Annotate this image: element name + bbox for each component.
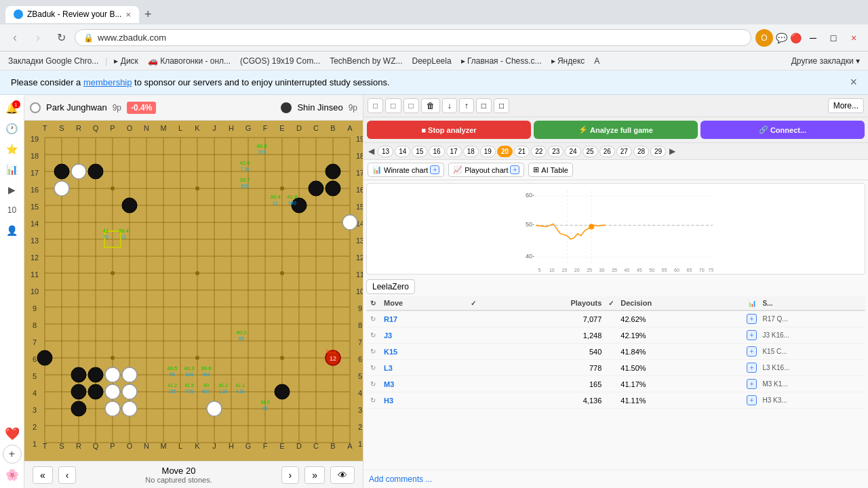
history-icon[interactable]: 🕐 <box>3 119 22 138</box>
move-num-28[interactable]: 28 <box>633 146 649 157</box>
tool-btn-2[interactable]: □ <box>385 98 401 113</box>
cell-move[interactable]: L3 <box>380 360 468 376</box>
first-move-button[interactable]: « <box>33 466 53 484</box>
tool-btn-1[interactable]: □ <box>368 98 383 113</box>
winrate-plus-icon[interactable]: + <box>430 165 439 174</box>
bookmark-4[interactable]: (CGOS) 19x19 Com... <box>237 55 323 67</box>
heart-icon[interactable]: ❤️ <box>3 424 22 443</box>
bookmark-7[interactable]: ▸ Главная - Chess.c... <box>458 55 545 67</box>
move-num-17[interactable]: 17 <box>446 146 462 157</box>
move-num-27[interactable]: 27 <box>616 146 632 157</box>
move-num-21[interactable]: 21 <box>514 146 530 157</box>
svg-point-146 <box>105 401 120 416</box>
tool-btn-3[interactable]: □ <box>403 98 419 113</box>
analyze-game-button[interactable]: ⚡ Analyze full game <box>534 121 698 139</box>
tab-close-icon[interactable]: × <box>125 9 131 20</box>
bookmark-more[interactable]: Другие закладки ▾ <box>789 55 863 67</box>
svg-text:C: C <box>313 442 319 450</box>
bookmark-6[interactable]: DeepLeela <box>410 55 454 67</box>
add-comments[interactable]: Add comments ... <box>363 470 868 488</box>
connect-button[interactable]: 🔗 Connect... <box>701 121 865 139</box>
stats-icon[interactable]: 📊 <box>3 160 22 179</box>
address-bar[interactable]: 🔒 www.zbaduk.com <box>75 29 751 46</box>
membership-link[interactable]: membership <box>83 77 132 87</box>
plus-btn-r17[interactable]: + <box>747 314 757 324</box>
go-board[interactable]: T S R Q P O N M L K J H G F E D C B A <box>24 121 363 461</box>
bookmark-3[interactable]: 🚗 Клавогонки - онл... <box>145 55 233 67</box>
svg-text:6: 6 <box>358 355 362 363</box>
upload-button[interactable]: ↑ <box>459 98 474 113</box>
move-num-29[interactable]: 29 <box>650 146 666 157</box>
delete-button[interactable]: 🗑 <box>421 98 440 113</box>
link-btn[interactable]: □ <box>494 98 509 113</box>
profile-icon[interactable]: О <box>755 29 773 47</box>
plus-btn-h3[interactable]: + <box>747 395 757 405</box>
plus-btn-m3[interactable]: + <box>747 379 757 389</box>
stop-analyzer-button[interactable]: ■ Stop analyzer <box>367 121 531 139</box>
bookmark-9[interactable]: A <box>591 55 602 67</box>
svg-text:11: 11 <box>356 270 363 279</box>
add-icon[interactable]: + <box>3 445 22 464</box>
seq-prev-button[interactable]: ◀ <box>366 145 376 157</box>
move-num-16[interactable]: 16 <box>429 146 444 157</box>
close-button[interactable]: × <box>845 29 863 47</box>
play-icon[interactable]: ▶ <box>3 180 22 199</box>
move-num-22[interactable]: 22 <box>531 146 547 157</box>
cell-move[interactable]: H3 <box>380 392 468 409</box>
move-num-13[interactable]: 13 <box>378 146 393 157</box>
plus-btn-l3[interactable]: + <box>747 363 757 373</box>
plus-btn-k15[interactable]: + <box>747 346 757 357</box>
move-num-18[interactable]: 18 <box>463 146 479 157</box>
download-button[interactable]: ↓ <box>442 98 457 113</box>
bookmark-1[interactable]: Закладки Google Chro... <box>5 55 101 67</box>
svg-text:F: F <box>263 442 268 450</box>
ai-table-tab-btn[interactable]: ⊞ AI Table <box>528 163 573 177</box>
active-tab[interactable]: ZBaduk - Review your B... × <box>5 6 139 23</box>
seq-next-button[interactable]: ▶ <box>667 145 677 157</box>
new-tab-button[interactable]: + <box>139 7 157 22</box>
back-button[interactable]: ‹ <box>5 28 24 47</box>
lock-btn[interactable]: □ <box>476 98 492 113</box>
bookmark-5[interactable]: TechBench by WZ... <box>327 55 405 67</box>
svg-point-127 <box>309 181 323 196</box>
move-num-14[interactable]: 14 <box>395 146 410 157</box>
move-num-19[interactable]: 19 <box>480 146 496 157</box>
cell-move[interactable]: K15 <box>380 344 468 360</box>
favorites-icon[interactable]: ⭐ <box>3 140 22 159</box>
board-svg[interactable]: T S R Q P O N M L K J H G F E D C B A <box>24 121 363 453</box>
number-icon[interactable]: 10 <box>3 201 22 220</box>
extension-icon1[interactable]: 💬 <box>776 33 787 43</box>
bookmark-8[interactable]: ▸ Яндекс <box>549 55 588 67</box>
move-num-15[interactable]: 15 <box>412 146 427 157</box>
cell-move[interactable]: R17 <box>380 310 468 327</box>
reload-button[interactable]: ↻ <box>52 28 71 47</box>
flower-icon[interactable]: 🌸 <box>3 465 22 484</box>
maximize-button[interactable]: □ <box>825 29 842 47</box>
svg-point-117 <box>195 186 199 190</box>
prev-move-button[interactable]: ‹ <box>58 466 77 484</box>
cell-move[interactable]: M3 <box>380 376 468 392</box>
move-num-23[interactable]: 23 <box>548 146 564 157</box>
svg-text:7.1k: 7.1k <box>240 167 250 171</box>
plus-btn-j3[interactable]: + <box>747 330 757 340</box>
svg-text:25: 25 <box>587 268 592 273</box>
playout-plus-icon[interactable]: + <box>510 165 519 174</box>
bookmark-2[interactable]: ▸ Диск <box>111 55 140 67</box>
move-num-24[interactable]: 24 <box>565 146 580 157</box>
more-btn[interactable]: More... <box>828 98 864 113</box>
move-num-26[interactable]: 26 <box>599 146 615 157</box>
extension-icon2[interactable]: 🔴 <box>790 33 802 43</box>
notification-close-button[interactable]: × <box>850 75 857 89</box>
eye-button[interactable]: 👁 <box>330 466 355 484</box>
next-move-button[interactable]: › <box>281 466 300 484</box>
move-num-20[interactable]: 20 <box>497 146 513 157</box>
move-num-25[interactable]: 25 <box>583 146 598 157</box>
cell-move[interactable]: J3 <box>380 327 468 344</box>
minimize-button[interactable]: ─ <box>804 29 822 47</box>
last-move-button[interactable]: » <box>304 466 325 484</box>
winrate-chart-tab[interactable]: 📊 Winrate chart + <box>368 163 444 177</box>
notification-icon[interactable]: 🔔 1 <box>3 99 22 118</box>
user-icon[interactable]: 👤 <box>3 221 22 240</box>
playout-chart-tab[interactable]: 📈 Playout chart + <box>448 163 524 177</box>
forward-button[interactable]: › <box>28 28 47 47</box>
